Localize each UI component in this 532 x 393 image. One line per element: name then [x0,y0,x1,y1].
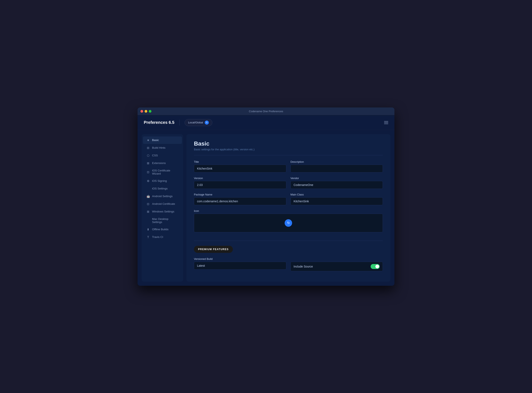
form-group-package-name: Package Name [194,193,286,205]
offline-builds-icon: ⬇ [146,228,150,231]
traffic-lights [140,110,151,113]
local-global-toggle-icon: ↻ [205,121,209,125]
include-source-row: Include Source [290,262,383,271]
android-settings-icon: 🤖 [146,194,150,198]
upload-icon: ↻ [285,219,292,227]
main-layout: ≡ Basic ⊟ Build Hints ⬡ CSS ⊞ Extensions… [138,130,394,286]
include-source-label: Include Source [293,265,313,268]
header: Preferences 6.5 Local/Global ↻ [138,115,394,130]
sidebar-label-travis-ci: Travis CI [152,236,163,239]
icon-upload-area[interactable]: ↻ [194,214,383,232]
local-global-label: Local/Global [188,121,203,124]
windows-settings-icon: ⊞ [146,210,150,213]
title-input[interactable] [194,165,286,172]
form-row-version-vendor: Version Vendor [194,177,383,189]
local-global-button[interactable]: Local/Global ↻ [184,119,212,126]
sidebar-item-ios-settings[interactable]: iOS Settings [143,185,182,192]
sidebar-label-basic: Basic [152,138,159,142]
basic-icon: ≡ [146,138,150,142]
sidebar-item-ios-signing[interactable]: ⚙ iOS Signing [143,177,182,185]
ios-settings-icon [146,187,150,191]
sidebar-label-windows-settings: Windows Settings [152,210,174,213]
icon-label: Icon [194,209,383,212]
close-button[interactable] [140,110,143,113]
form-group-versioned-build: Versioned Build [194,257,286,271]
content-area: Basic Basic settings for the application… [186,134,390,282]
versioned-build-input[interactable] [194,262,286,270]
hamburger-line-3 [384,124,388,124]
sidebar-label-android-settings: Android Settings [152,195,173,198]
form-row-package-main: Package Name Main Class [194,193,383,205]
premium-divider [194,241,383,241]
hamburger-line-2 [384,122,388,123]
description-input[interactable] [290,165,383,172]
window-title: Codename One Preferences [249,110,283,113]
main-class-label: Main Class [290,193,383,196]
sidebar-label-ios-settings: iOS Settings [152,187,168,190]
form-group-include-source: Include Source [290,257,383,271]
hamburger-menu[interactable] [384,121,388,124]
sidebar-label-css: CSS [152,154,158,157]
sidebar-label-extensions: Extensions [152,162,166,165]
include-source-toggle[interactable] [371,264,380,269]
sidebar-label-ios-cert: IOS Certificate Wizard [152,169,179,175]
app-title: Preferences 6.5 [144,120,174,125]
package-name-label: Package Name [194,193,286,196]
minimize-button[interactable] [144,110,147,113]
section-divider [194,155,383,155]
sidebar-item-extensions[interactable]: ⊞ Extensions [143,159,182,167]
app-window: Codename One Preferences Preferences 6.5… [138,108,394,286]
maximize-button[interactable] [149,110,151,113]
sidebar-item-android-settings[interactable]: 🤖 Android Settings [143,192,182,200]
sidebar-label-android-cert: Android Certificate [152,202,175,205]
package-name-input[interactable] [194,197,286,205]
vendor-label: Vendor [290,177,383,180]
form-row-title-desc: Title Description [194,160,383,172]
main-class-input[interactable] [290,197,383,205]
version-input[interactable] [194,181,286,189]
form-group-version: Version [194,177,286,189]
sidebar-item-build-hints[interactable]: ⊟ Build Hints [143,144,182,152]
vendor-input[interactable] [290,181,383,189]
premium-badge: PREMIUM FEATURES [194,246,233,253]
sidebar-item-ios-cert[interactable]: ⊡ IOS Certificate Wizard [143,167,182,177]
sidebar-label-mac-settings: Mac Desktop Settings [152,217,179,224]
form-group-icon: Icon ↻ [194,209,383,236]
mac-settings-icon [146,219,150,222]
android-cert-icon: ⊡ [146,202,150,206]
sidebar-item-css[interactable]: ⬡ CSS [143,152,182,159]
sidebar: ≡ Basic ⊟ Build Hints ⬡ CSS ⊞ Extensions… [142,134,183,282]
build-hints-icon: ⊟ [146,146,150,150]
sidebar-item-android-cert[interactable]: ⊡ Android Certificate [143,200,182,208]
form-group-description: Description [290,160,383,172]
header-divider [179,120,180,125]
sidebar-item-windows-settings[interactable]: ⊞ Windows Settings [143,208,182,215]
form-group-title: Title [194,160,286,172]
hamburger-line-1 [384,121,388,122]
sidebar-item-basic[interactable]: ≡ Basic [143,137,182,144]
form-group-main-class: Main Class [290,193,383,205]
form-row-premium: Versioned Build Include Source [194,257,383,271]
section-title: Basic [194,140,383,147]
form-group-vendor: Vendor [290,177,383,189]
version-label: Version [194,177,286,180]
versioned-build-label: Versioned Build [194,257,286,260]
sidebar-label-build-hints: Build Hints [152,146,165,149]
title-label: Title [194,160,286,163]
sidebar-item-travis-ci[interactable]: T Travis CI [143,233,182,241]
section-subtitle: Basic settings for the application (titl… [194,148,383,151]
header-left: Preferences 6.5 Local/Global ↻ [144,119,212,126]
title-bar: Codename One Preferences [138,108,394,115]
ios-signing-icon: ⚙ [146,179,150,183]
sidebar-item-mac-settings[interactable]: Mac Desktop Settings [143,216,182,226]
css-icon: ⬡ [146,154,150,157]
description-label: Description [290,160,383,163]
extensions-icon: ⊞ [146,161,150,165]
travis-ci-icon: T [146,235,150,239]
ios-cert-icon: ⊡ [146,170,150,174]
include-source-spacer [290,257,383,260]
sidebar-item-offline-builds[interactable]: ⬇ Offline Builds [143,226,182,233]
sidebar-label-offline-builds: Offline Builds [152,228,169,231]
sidebar-label-ios-signing: iOS Signing [152,179,167,182]
